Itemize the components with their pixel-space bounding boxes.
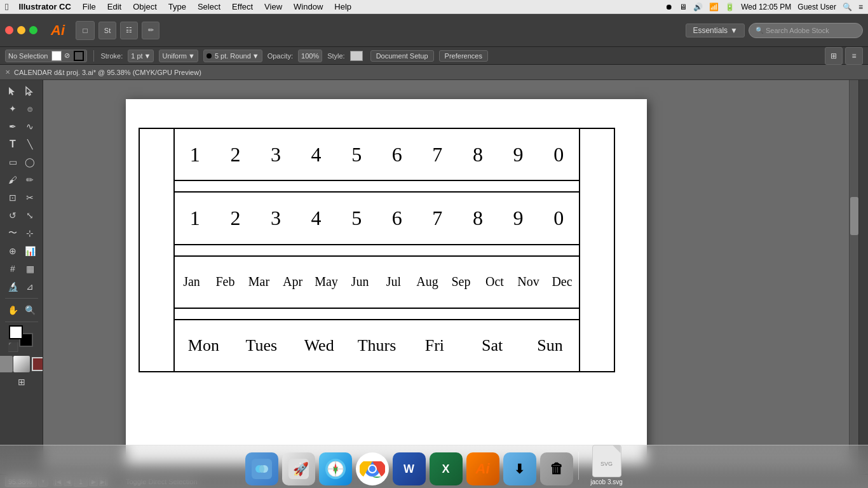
menu-type[interactable]: Type [163, 0, 191, 14]
tool-pen-row: ✒ ∿ [4, 118, 38, 135]
month-aug: Aug [410, 269, 444, 294]
eyedropper-tool-btn[interactable]: 🔬 [4, 278, 21, 295]
calendar-row-digits-1: 1 2 3 4 5 6 7 8 9 0 [175, 129, 579, 181]
dock-launchpad[interactable]: 🚀 [282, 452, 315, 485]
pen-tool-btn[interactable]: ✒ [4, 118, 21, 135]
weekday-fri: Fri [405, 331, 463, 360]
menu-file[interactable]: File [78, 0, 101, 14]
search-stock-input[interactable]: 🔍 Search Adobe Stock [749, 23, 863, 38]
scale-tool-btn[interactable]: ⤡ [22, 207, 38, 224]
chevron-down-icon: ▼ [730, 26, 738, 35]
free-transform-tool-btn[interactable]: ⊹ [22, 225, 38, 241]
measure-tool-btn[interactable]: ⊿ [22, 278, 38, 295]
options-divider-1 [93, 50, 94, 62]
rotate-tool-btn[interactable]: ↺ [4, 207, 21, 224]
menu-window[interactable]: Window [288, 0, 328, 14]
none-mode-btn[interactable] [31, 356, 44, 372]
pencil-tool-btn[interactable]: ✏ [22, 172, 38, 188]
month-dec: Dec [545, 269, 579, 294]
selection-tool-btn[interactable] [4, 83, 21, 99]
fill-color-icon[interactable] [51, 51, 62, 61]
tool-mesh-row: # ▦ [4, 261, 38, 277]
dock-illustrator[interactable]: Ai [466, 452, 499, 485]
mesh-tool-btn[interactable]: # [4, 261, 21, 277]
ellipse-tool-btn[interactable]: ◯ [22, 154, 38, 170]
maximize-window-btn[interactable] [29, 26, 37, 34]
warp-tool-btn[interactable]: 〜 [4, 225, 21, 241]
tool-magic-row: ✦ ⌾ [4, 100, 38, 117]
menu-effect[interactable]: Effect [227, 0, 258, 14]
line-tool-btn[interactable]: ╲ [22, 136, 38, 152]
apple-menu[interactable]:  [5, 1, 8, 12]
stroke-weight-input[interactable]: 1 pt ▼ [128, 50, 154, 62]
dock-excel[interactable]: X [430, 452, 463, 485]
zoom-tool-btn[interactable]: 🔍 [22, 302, 38, 318]
dock-word[interactable]: W [393, 452, 426, 485]
gradient-tool-btn[interactable]: ▦ [22, 261, 38, 277]
extras-btn[interactable]: ≡ [845, 47, 863, 65]
paintbrush-tool-btn[interactable]: 🖌 [4, 172, 21, 188]
user-name[interactable]: Guest User [797, 3, 836, 11]
brush-dropdown[interactable]: Uniform ▼ [159, 50, 198, 62]
tool-shape-row: ▭ ◯ [4, 154, 38, 170]
toolbar-arrange-btn[interactable]: ☷ [120, 22, 138, 39]
tab-close-btn[interactable]: ✕ [5, 69, 10, 76]
change-screen-btn[interactable]: ⊞ [13, 374, 30, 390]
dock-finder[interactable] [245, 452, 278, 485]
default-colors-icon[interactable]: ⬛ [8, 342, 18, 352]
menu-view[interactable]: View [259, 0, 287, 14]
gradient-mode-btn[interactable] [13, 356, 30, 372]
direct-selection-tool-btn[interactable] [22, 83, 38, 99]
symbol-sprayer-btn[interactable]: ⊕ [4, 243, 21, 259]
month-oct: Oct [478, 269, 512, 294]
dock-downloads[interactable]: ⬇ [503, 452, 536, 485]
search-icon[interactable]: 🔍 [843, 3, 852, 11]
eraser-tool-btn[interactable]: ⊡ [4, 189, 21, 206]
menu-select[interactable]: Select [193, 0, 226, 14]
fill-mode-btn[interactable] [0, 356, 13, 372]
selection-dropdown[interactable]: No Selection ⊘ [5, 50, 87, 62]
month-jun: Jun [343, 269, 377, 294]
vertical-scroll-thumb[interactable] [850, 197, 858, 235]
tab-filename[interactable]: CALENDAR d&t proj. 3.ai* @ 95.38% (CMYK/… [14, 69, 201, 76]
menu-help[interactable]: Help [329, 0, 356, 14]
close-window-btn[interactable] [5, 26, 13, 34]
magic-wand-tool-btn[interactable]: ✦ [4, 100, 21, 117]
curvature-tool-btn[interactable]: ∿ [22, 118, 38, 135]
type-tool-btn[interactable]: T [4, 136, 21, 152]
minimize-window-btn[interactable] [17, 26, 25, 34]
dock-file[interactable]: SVG jacob 3.svg [590, 445, 623, 485]
stroke-color-box[interactable] [74, 51, 84, 61]
scissors-tool-btn[interactable]: ✂ [22, 189, 38, 206]
dock: 🚀 W X Ai ⬇ 🗑 SVG jacob 3.svg [0, 445, 868, 488]
document-setup-btn[interactable]: Document Setup [370, 50, 434, 62]
menu-object[interactable]: Object [128, 0, 162, 14]
preferences-btn[interactable]: Preferences [439, 50, 488, 62]
fill-color-swatch[interactable] [9, 325, 23, 339]
essentials-dropdown-btn[interactable]: Essentials ▼ [686, 24, 745, 37]
menu-extras-icon[interactable]: ≡ [858, 3, 863, 11]
hand-tool-btn[interactable]: ✋ [4, 302, 21, 318]
lasso-tool-btn[interactable]: ⌾ [22, 100, 38, 117]
svg-point-5 [259, 465, 264, 473]
toolbar-paintbrush-btn[interactable]: ✏ [142, 22, 159, 39]
toolbar-new-doc-btn[interactable]: □ [76, 21, 95, 40]
dock-chrome[interactable] [356, 452, 389, 485]
calendar-row-months: Jan Feb Mar Apr May Jun Jul Aug Sep Oct … [175, 257, 579, 309]
opacity-input[interactable]: 100% [298, 50, 322, 62]
toolbar-typekit-btn[interactable]: St [98, 22, 116, 39]
arrange-doc-btn[interactable]: ⊞ [825, 47, 843, 65]
month-feb: Feb [208, 269, 242, 294]
dock-trash[interactable]: 🗑 [540, 452, 573, 485]
rect-tool-btn[interactable]: ▭ [4, 154, 21, 170]
tool-eyedropper-row: 🔬 ⊿ [4, 278, 38, 295]
vertical-scrollbar[interactable] [849, 80, 858, 464]
round-dropdown[interactable]: 5 pt. Round ▼ [203, 50, 262, 62]
clock: Wed 12:05 PM [741, 3, 791, 11]
menu-edit[interactable]: Edit [102, 0, 126, 14]
dock-separator [578, 452, 579, 480]
dock-safari[interactable] [319, 452, 352, 485]
column-graph-btn[interactable]: 📊 [22, 243, 38, 259]
menu-app-name[interactable]: Illustrator CC [13, 0, 76, 14]
weekday-sun: Sun [521, 331, 579, 360]
